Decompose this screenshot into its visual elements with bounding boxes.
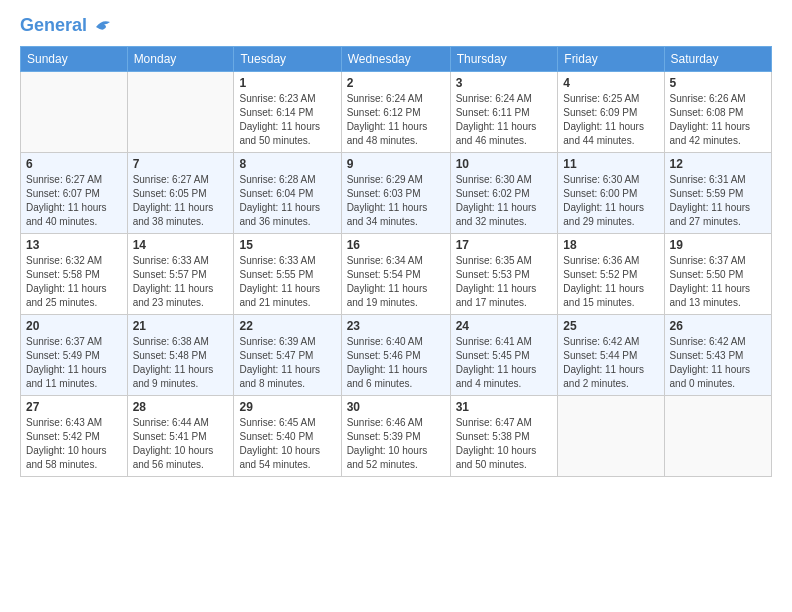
day-number: 27 bbox=[26, 400, 122, 414]
calendar-cell: 30Sunrise: 6:46 AM Sunset: 5:39 PM Dayli… bbox=[341, 395, 450, 476]
day-number: 23 bbox=[347, 319, 445, 333]
calendar-cell: 27Sunrise: 6:43 AM Sunset: 5:42 PM Dayli… bbox=[21, 395, 128, 476]
calendar-cell bbox=[127, 71, 234, 152]
logo: General bbox=[20, 16, 112, 36]
calendar-cell: 20Sunrise: 6:37 AM Sunset: 5:49 PM Dayli… bbox=[21, 314, 128, 395]
day-info: Sunrise: 6:47 AM Sunset: 5:38 PM Dayligh… bbox=[456, 416, 553, 472]
day-number: 12 bbox=[670, 157, 766, 171]
day-info: Sunrise: 6:29 AM Sunset: 6:03 PM Dayligh… bbox=[347, 173, 445, 229]
calendar-cell: 7Sunrise: 6:27 AM Sunset: 6:05 PM Daylig… bbox=[127, 152, 234, 233]
calendar-cell: 11Sunrise: 6:30 AM Sunset: 6:00 PM Dayli… bbox=[558, 152, 664, 233]
day-info: Sunrise: 6:46 AM Sunset: 5:39 PM Dayligh… bbox=[347, 416, 445, 472]
calendar-cell: 6Sunrise: 6:27 AM Sunset: 6:07 PM Daylig… bbox=[21, 152, 128, 233]
calendar-cell: 24Sunrise: 6:41 AM Sunset: 5:45 PM Dayli… bbox=[450, 314, 558, 395]
day-info: Sunrise: 6:33 AM Sunset: 5:55 PM Dayligh… bbox=[239, 254, 335, 310]
calendar-table: SundayMondayTuesdayWednesdayThursdayFrid… bbox=[20, 46, 772, 477]
day-of-week-header: Monday bbox=[127, 46, 234, 71]
calendar-cell: 9Sunrise: 6:29 AM Sunset: 6:03 PM Daylig… bbox=[341, 152, 450, 233]
day-number: 11 bbox=[563, 157, 658, 171]
day-info: Sunrise: 6:38 AM Sunset: 5:48 PM Dayligh… bbox=[133, 335, 229, 391]
calendar-cell: 4Sunrise: 6:25 AM Sunset: 6:09 PM Daylig… bbox=[558, 71, 664, 152]
day-info: Sunrise: 6:36 AM Sunset: 5:52 PM Dayligh… bbox=[563, 254, 658, 310]
day-number: 6 bbox=[26, 157, 122, 171]
calendar-cell: 23Sunrise: 6:40 AM Sunset: 5:46 PM Dayli… bbox=[341, 314, 450, 395]
calendar-page: General SundayMondayTuesdayWednesdayThur… bbox=[0, 0, 792, 612]
calendar-cell: 5Sunrise: 6:26 AM Sunset: 6:08 PM Daylig… bbox=[664, 71, 771, 152]
calendar-cell: 3Sunrise: 6:24 AM Sunset: 6:11 PM Daylig… bbox=[450, 71, 558, 152]
day-info: Sunrise: 6:32 AM Sunset: 5:58 PM Dayligh… bbox=[26, 254, 122, 310]
day-info: Sunrise: 6:30 AM Sunset: 6:02 PM Dayligh… bbox=[456, 173, 553, 229]
day-of-week-header: Friday bbox=[558, 46, 664, 71]
day-number: 8 bbox=[239, 157, 335, 171]
calendar-cell: 17Sunrise: 6:35 AM Sunset: 5:53 PM Dayli… bbox=[450, 233, 558, 314]
day-of-week-header: Saturday bbox=[664, 46, 771, 71]
day-number: 21 bbox=[133, 319, 229, 333]
day-info: Sunrise: 6:27 AM Sunset: 6:07 PM Dayligh… bbox=[26, 173, 122, 229]
day-info: Sunrise: 6:33 AM Sunset: 5:57 PM Dayligh… bbox=[133, 254, 229, 310]
day-number: 15 bbox=[239, 238, 335, 252]
day-number: 26 bbox=[670, 319, 766, 333]
day-number: 2 bbox=[347, 76, 445, 90]
calendar-cell: 18Sunrise: 6:36 AM Sunset: 5:52 PM Dayli… bbox=[558, 233, 664, 314]
calendar-cell: 8Sunrise: 6:28 AM Sunset: 6:04 PM Daylig… bbox=[234, 152, 341, 233]
day-info: Sunrise: 6:42 AM Sunset: 5:43 PM Dayligh… bbox=[670, 335, 766, 391]
calendar-cell: 13Sunrise: 6:32 AM Sunset: 5:58 PM Dayli… bbox=[21, 233, 128, 314]
day-info: Sunrise: 6:26 AM Sunset: 6:08 PM Dayligh… bbox=[670, 92, 766, 148]
day-info: Sunrise: 6:40 AM Sunset: 5:46 PM Dayligh… bbox=[347, 335, 445, 391]
calendar-cell: 22Sunrise: 6:39 AM Sunset: 5:47 PM Dayli… bbox=[234, 314, 341, 395]
calendar-cell: 16Sunrise: 6:34 AM Sunset: 5:54 PM Dayli… bbox=[341, 233, 450, 314]
calendar-cell: 29Sunrise: 6:45 AM Sunset: 5:40 PM Dayli… bbox=[234, 395, 341, 476]
day-info: Sunrise: 6:35 AM Sunset: 5:53 PM Dayligh… bbox=[456, 254, 553, 310]
calendar-week-row: 1Sunrise: 6:23 AM Sunset: 6:14 PM Daylig… bbox=[21, 71, 772, 152]
day-number: 24 bbox=[456, 319, 553, 333]
day-info: Sunrise: 6:27 AM Sunset: 6:05 PM Dayligh… bbox=[133, 173, 229, 229]
logo-bird-icon bbox=[94, 19, 112, 33]
calendar-cell: 25Sunrise: 6:42 AM Sunset: 5:44 PM Dayli… bbox=[558, 314, 664, 395]
day-info: Sunrise: 6:42 AM Sunset: 5:44 PM Dayligh… bbox=[563, 335, 658, 391]
day-number: 13 bbox=[26, 238, 122, 252]
day-info: Sunrise: 6:23 AM Sunset: 6:14 PM Dayligh… bbox=[239, 92, 335, 148]
day-number: 31 bbox=[456, 400, 553, 414]
day-of-week-header: Sunday bbox=[21, 46, 128, 71]
day-number: 22 bbox=[239, 319, 335, 333]
calendar-cell bbox=[21, 71, 128, 152]
calendar-week-row: 27Sunrise: 6:43 AM Sunset: 5:42 PM Dayli… bbox=[21, 395, 772, 476]
day-number: 20 bbox=[26, 319, 122, 333]
calendar-week-row: 20Sunrise: 6:37 AM Sunset: 5:49 PM Dayli… bbox=[21, 314, 772, 395]
day-number: 5 bbox=[670, 76, 766, 90]
day-number: 4 bbox=[563, 76, 658, 90]
day-info: Sunrise: 6:37 AM Sunset: 5:49 PM Dayligh… bbox=[26, 335, 122, 391]
day-number: 10 bbox=[456, 157, 553, 171]
day-number: 29 bbox=[239, 400, 335, 414]
day-info: Sunrise: 6:41 AM Sunset: 5:45 PM Dayligh… bbox=[456, 335, 553, 391]
day-number: 25 bbox=[563, 319, 658, 333]
day-of-week-header: Tuesday bbox=[234, 46, 341, 71]
day-number: 7 bbox=[133, 157, 229, 171]
calendar-cell: 19Sunrise: 6:37 AM Sunset: 5:50 PM Dayli… bbox=[664, 233, 771, 314]
calendar-cell: 1Sunrise: 6:23 AM Sunset: 6:14 PM Daylig… bbox=[234, 71, 341, 152]
day-number: 16 bbox=[347, 238, 445, 252]
header: General bbox=[20, 16, 772, 36]
calendar-cell bbox=[558, 395, 664, 476]
calendar-cell bbox=[664, 395, 771, 476]
calendar-cell: 14Sunrise: 6:33 AM Sunset: 5:57 PM Dayli… bbox=[127, 233, 234, 314]
logo-general: General bbox=[20, 15, 87, 35]
day-number: 17 bbox=[456, 238, 553, 252]
day-info: Sunrise: 6:37 AM Sunset: 5:50 PM Dayligh… bbox=[670, 254, 766, 310]
calendar-cell: 10Sunrise: 6:30 AM Sunset: 6:02 PM Dayli… bbox=[450, 152, 558, 233]
logo-text: General bbox=[20, 16, 112, 36]
day-of-week-header: Thursday bbox=[450, 46, 558, 71]
day-number: 1 bbox=[239, 76, 335, 90]
day-number: 28 bbox=[133, 400, 229, 414]
day-number: 3 bbox=[456, 76, 553, 90]
day-number: 9 bbox=[347, 157, 445, 171]
day-info: Sunrise: 6:44 AM Sunset: 5:41 PM Dayligh… bbox=[133, 416, 229, 472]
day-info: Sunrise: 6:30 AM Sunset: 6:00 PM Dayligh… bbox=[563, 173, 658, 229]
day-info: Sunrise: 6:25 AM Sunset: 6:09 PM Dayligh… bbox=[563, 92, 658, 148]
day-info: Sunrise: 6:24 AM Sunset: 6:12 PM Dayligh… bbox=[347, 92, 445, 148]
day-number: 18 bbox=[563, 238, 658, 252]
calendar-cell: 15Sunrise: 6:33 AM Sunset: 5:55 PM Dayli… bbox=[234, 233, 341, 314]
day-info: Sunrise: 6:28 AM Sunset: 6:04 PM Dayligh… bbox=[239, 173, 335, 229]
calendar-cell: 31Sunrise: 6:47 AM Sunset: 5:38 PM Dayli… bbox=[450, 395, 558, 476]
day-info: Sunrise: 6:45 AM Sunset: 5:40 PM Dayligh… bbox=[239, 416, 335, 472]
